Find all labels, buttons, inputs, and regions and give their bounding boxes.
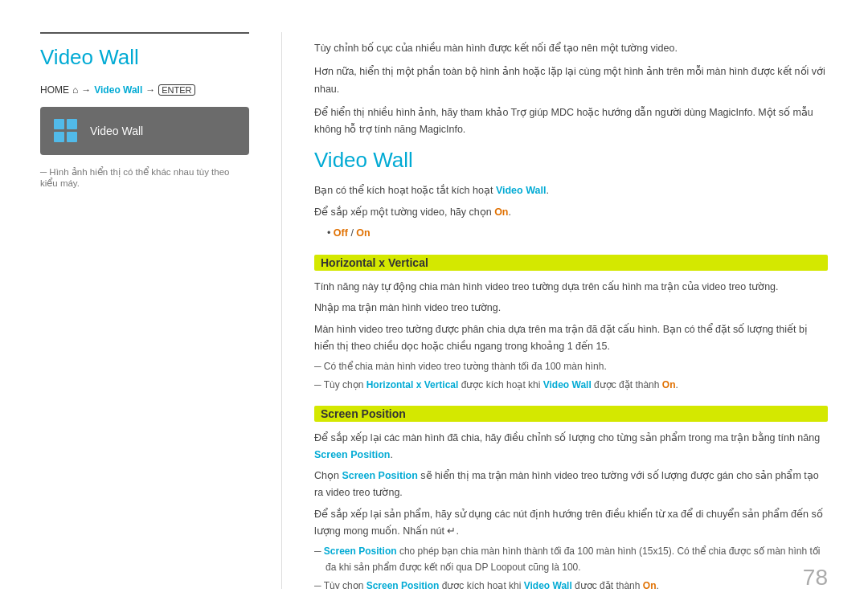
svg-rect-3: [67, 132, 77, 142]
sp-line-2: Chọn Screen Position sẽ hiển thị ma trận…: [314, 468, 828, 502]
sp-note-2: Tùy chọn Screen Position được kích hoạt …: [314, 578, 828, 589]
menu-box-label: Video Wall: [90, 125, 143, 137]
off-label: Off: [334, 227, 348, 239]
page-container: Video Wall HOME ⌂ → Video Wall → ENTER V…: [0, 0, 868, 613]
horizontal-line-1: Tính năng này tự động chia màn hình vide…: [314, 279, 828, 296]
sp-line-3: Để sắp xếp lại sản phẩm, hãy sử dụng các…: [314, 506, 828, 541]
sp-ref-note1: Screen Position: [324, 546, 397, 557]
svg-rect-1: [67, 119, 77, 129]
horizontal-note-1: Có thể chia màn hình video treo tường th…: [314, 359, 828, 375]
sp-line-1: Để sắp xếp lại các màn hình đã chia, hãy…: [314, 430, 828, 464]
home-icon: ⌂: [72, 84, 78, 96]
nav-arrow1: →: [81, 84, 91, 96]
body-line-1: Bạn có thể kích hoạt hoặc tắt kích hoạt …: [314, 182, 828, 199]
video-wall-ref-1: Video Wall: [496, 185, 547, 196]
page-number: 78: [803, 565, 828, 591]
intro-line-1: Tùy chỉnh bố cục của nhiều màn hình được…: [314, 40, 828, 57]
svg-rect-0: [54, 119, 64, 129]
on-label: On: [356, 227, 370, 239]
screen-position-heading: Screen Position: [314, 406, 828, 422]
sp-note-1: Screen Position cho phép bạn chia màn hì…: [314, 544, 828, 576]
sp-ref-1: Screen Position: [314, 449, 390, 460]
main-section-heading: Video Wall: [314, 148, 828, 173]
nav-arrow2: →: [145, 84, 155, 96]
video-wall-icon: [51, 116, 80, 145]
horizontal-note-2: Tùy chọn Horizontal x Vertical được kích…: [314, 378, 828, 394]
top-border-left: [40, 32, 249, 34]
intro-line-2: Hơn nữa, hiển thị một phần toàn bộ hình …: [314, 63, 828, 98]
left-title: Video Wall: [40, 45, 249, 70]
horizontal-heading: Horizontal x Vertical: [314, 255, 828, 271]
nav-video-wall-link[interactable]: Video Wall: [94, 84, 142, 96]
left-note: Hình ảnh hiển thị có thể khác nhau tùy t…: [40, 166, 249, 189]
sp-ref-note2: Screen Position: [366, 580, 440, 589]
on-ref-1: On: [494, 206, 508, 218]
intro-line-3: Để hiển thị nhiều hình ảnh, hãy tham khả…: [314, 104, 828, 139]
menu-box[interactable]: Video Wall: [40, 107, 249, 155]
enter-icon: ENTER: [158, 84, 194, 96]
home-label: HOME: [40, 84, 69, 96]
vw-ref-note: Video Wall: [543, 379, 592, 390]
vw-ref-note2: Video Wall: [524, 580, 572, 589]
bullet-off-on: Off / On: [327, 225, 828, 242]
vertical-divider: [281, 32, 282, 589]
svg-rect-2: [54, 132, 64, 142]
left-column: Video Wall HOME ⌂ → Video Wall → ENTER V…: [40, 32, 249, 589]
horizontal-line-2: Nhập ma trận màn hình video treo tường.: [314, 300, 828, 317]
on-ref-note: On: [662, 379, 676, 390]
right-column: Tùy chỉnh bố cục của nhiều màn hình được…: [314, 32, 828, 589]
horizontal-line-3: Màn hình video treo tường được phân chia…: [314, 321, 828, 356]
body-line-2: Để sắp xếp một tường video, hãy chọn On.: [314, 204, 828, 221]
sp-ref-2: Screen Position: [342, 470, 417, 481]
home-nav: HOME ⌂ → Video Wall → ENTER: [40, 84, 249, 96]
hxv-ref: Horizontal x Vertical: [366, 379, 459, 390]
on-ref-note2: On: [643, 580, 657, 589]
